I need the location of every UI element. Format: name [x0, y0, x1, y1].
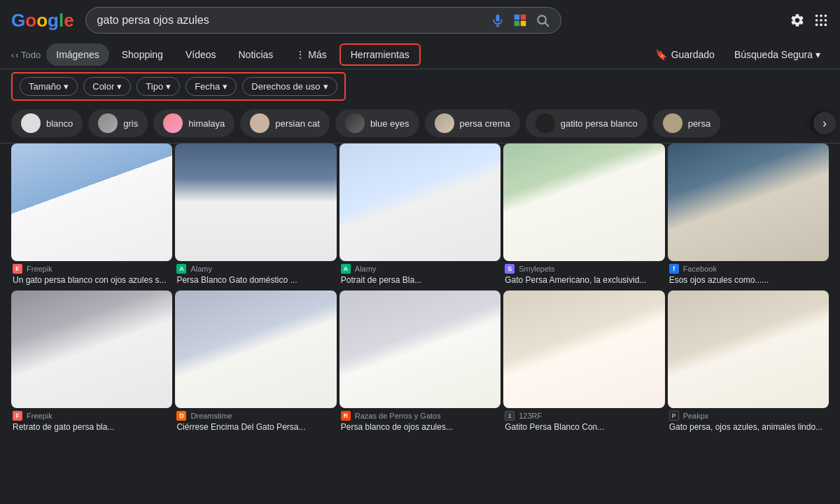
source-name: Freepik — [27, 412, 52, 420]
nav-shopping[interactable]: Shopping — [112, 43, 173, 66]
source-name: Smylepets — [519, 265, 554, 273]
source-icon-freepik: F — [13, 411, 22, 421]
image-title: Esos ojos azules como...... — [669, 275, 827, 285]
chevron-tipo-icon: ▾ — [166, 81, 171, 92]
filter-derechos[interactable]: Derechos de uso ▾ — [242, 77, 337, 96]
source-icon-freepik: F — [13, 264, 22, 274]
source-icon-alamy: A — [341, 264, 351, 274]
svg-point-13 — [820, 19, 822, 22]
chevron-fecha-icon: ▾ — [223, 81, 227, 92]
image-card-5[interactable]: f Facebook Esos ojos azules como...... — [668, 144, 829, 288]
filter-tamano[interactable]: Tamaño ▾ — [20, 77, 78, 96]
image-card-10[interactable]: P Peakpx Gato persa, ojos azules, animal… — [668, 290, 829, 435]
guardado-icon: 🔖 — [655, 49, 667, 60]
source-name: Alamy — [190, 265, 212, 273]
source-icon-dreamstime: D — [176, 411, 186, 421]
source-name: Razas de Perros y Gatos — [355, 412, 441, 420]
suggestion-gris[interactable]: gris — [88, 109, 148, 137]
suggestion-thumb — [250, 113, 270, 133]
suggestion-blueeyes[interactable]: blue eyes — [335, 109, 419, 137]
suggestion-gatito[interactable]: gatito persa blanco — [526, 109, 648, 137]
image-card-1[interactable]: F Freepik Un gato persa blanco con ojos … — [11, 144, 172, 288]
suggestion-persa2[interactable]: persa — [653, 109, 721, 137]
image-card-2[interactable]: A Alamy Persa Blanco Gato doméstico ... — [175, 144, 336, 288]
filter-bar-wrapper: Tamaño ▾ Color ▾ Tipo ▾ Fecha ▾ Derechos… — [0, 69, 840, 104]
nav-noticias[interactable]: Noticias — [229, 43, 284, 66]
settings-button[interactable] — [790, 13, 805, 28]
source-name: Freepik — [27, 265, 52, 273]
chevron-color-icon: ▾ — [117, 81, 122, 92]
svg-point-17 — [825, 24, 827, 27]
nav-imagenes[interactable]: Imágenes — [46, 43, 108, 66]
svg-rect-5 — [514, 21, 519, 27]
suggestion-persian[interactable]: persian cat — [240, 109, 330, 137]
source-icon-razas: R — [341, 411, 351, 421]
image-title: Potrait de persa Bla... — [341, 275, 499, 285]
image-title: Un gato persa blanco con ojos azules s..… — [13, 275, 171, 285]
suggestions-wrapper: blanco gris himalaya persian cat blue ey… — [0, 104, 840, 144]
image-card-3[interactable]: A Alamy Potrait de persa Bla... — [340, 144, 500, 288]
source-name: Peakpx — [683, 412, 709, 420]
suggestion-crema[interactable]: persa crema — [425, 109, 520, 137]
suggestions-row: blanco gris himalaya persian cat blue ey… — [0, 104, 840, 143]
filter-color[interactable]: Color ▾ — [83, 77, 131, 96]
filter-bar: Tamaño ▾ Color ▾ Tipo ▾ Fecha ▾ Derechos… — [11, 72, 346, 101]
chevron-tamano-icon: ▾ — [64, 81, 69, 92]
source-name: Facebook — [683, 265, 717, 273]
suggestion-thumb — [98, 113, 118, 133]
suggestions-next-button[interactable]: › — [813, 112, 836, 134]
image-card-6[interactable]: F Freepik Retrato de gato persa bla... — [11, 290, 172, 435]
guardado-label: Guardado — [671, 49, 715, 60]
image-card-9[interactable]: 1 123RF Gatito Persa Blanco Con... — [503, 290, 664, 435]
source-name: Dreamstime — [190, 412, 232, 420]
nav-todo-label: ‹ Todo — [15, 50, 41, 60]
chevron-derechos-icon: ▾ — [323, 81, 328, 92]
image-card-8[interactable]: R Razas de Perros y Gatos Persa blanco d… — [340, 290, 500, 435]
image-card-7[interactable]: D Dreamstime Ciérrese Encima Del Gato Pe… — [175, 290, 336, 435]
source-icon-peakpx: P — [669, 411, 679, 421]
svg-rect-0 — [496, 15, 499, 22]
image-title: Ciérrese Encima Del Gato Persa... — [176, 422, 335, 432]
header-right — [790, 13, 829, 28]
image-title: Gato persa, ojos azules, animales lindo.… — [669, 422, 827, 432]
chevron-down-icon: ▾ — [816, 49, 820, 60]
mic-button[interactable] — [491, 13, 505, 27]
source-icon-smyle: S — [505, 264, 514, 274]
filter-fecha[interactable]: Fecha ▾ — [186, 77, 237, 96]
nav-herramientas[interactable]: Herramientas — [340, 43, 421, 66]
image-row-2: F Freepik Retrato de gato persa bla... D… — [0, 290, 840, 435]
source-name: Alamy — [355, 265, 377, 273]
search-button[interactable] — [536, 13, 550, 27]
suggestion-himalaya[interactable]: himalaya — [153, 109, 234, 137]
image-row-1: F Freepik Un gato persa blanco con ojos … — [0, 144, 840, 288]
image-title: Gatito Persa Blanco Con... — [505, 422, 663, 432]
svg-rect-4 — [520, 15, 526, 20]
google-logo: Google — [11, 10, 74, 31]
nav-mas[interactable]: ⋮ Más — [286, 43, 336, 66]
busqueda-segura-button[interactable]: Búsqueda Segura ▾ — [726, 45, 829, 64]
image-title: Retrato de gato persa bla... — [13, 422, 171, 432]
source-name: 123RF — [519, 412, 542, 420]
source-icon-facebook: f — [669, 264, 679, 274]
suggestion-thumb — [435, 113, 454, 133]
nav-videos[interactable]: Vídeos — [176, 43, 226, 66]
image-title: Persa Blanco Gato doméstico ... — [176, 275, 335, 285]
apps-button[interactable] — [813, 13, 829, 28]
busqueda-label: Búsqueda Segura — [734, 49, 813, 60]
more-dots-icon: ⋮ — [295, 49, 305, 60]
filter-tipo[interactable]: Tipo ▾ — [136, 77, 180, 96]
source-icon-123rf: 1 — [505, 411, 514, 421]
nav-back-button[interactable]: ‹ ‹ Todo — [11, 50, 41, 60]
search-input[interactable] — [97, 14, 485, 27]
image-results: F Freepik Un gato persa blanco con ojos … — [0, 144, 840, 465]
suggestion-thumb — [536, 113, 555, 133]
suggestion-thumb — [345, 113, 365, 133]
svg-point-15 — [816, 24, 818, 27]
image-title: Gato Persa Americano, la exclusivid... — [505, 275, 663, 285]
svg-rect-6 — [520, 21, 526, 27]
image-card-4[interactable]: S Smylepets Gato Persa Americano, la exc… — [503, 144, 664, 288]
lens-button[interactable] — [513, 13, 527, 27]
guardado-button[interactable]: 🔖 Guardado — [647, 45, 723, 64]
suggestion-thumb — [663, 113, 682, 133]
suggestion-blanco[interactable]: blanco — [11, 109, 83, 137]
